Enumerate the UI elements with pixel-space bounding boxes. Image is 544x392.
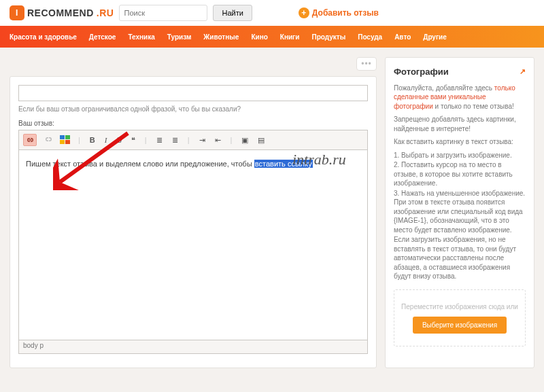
nav-item[interactable]: Туризм	[167, 33, 192, 41]
add-review-label: Добавить отзыв	[312, 8, 379, 18]
site-logo[interactable]: I RECOMMEND.RU	[10, 5, 114, 20]
nav-item[interactable]: Детское	[89, 33, 116, 41]
search-button[interactable]: Найти	[213, 5, 252, 21]
one-phrase-hint: Если бы ваш отзыв ограничивался одной фр…	[18, 105, 368, 113]
toolbar-separator: |	[76, 135, 82, 145]
photos-sidebar: Фотографии ↗ Пожалуйста, добавляйте здес…	[385, 57, 534, 368]
sidebar-howto-title: Как вставить картинку в текст отзыва:	[394, 137, 526, 147]
nav-item[interactable]: Другие	[423, 33, 447, 41]
bold-button[interactable]: B	[88, 135, 97, 145]
dropzone-hint: Переместите изображения сюда или	[400, 302, 520, 312]
editor-selection: вставить ссылку	[254, 160, 313, 168]
sidebar-step: 1. Выбрать и загрузить изображение.	[394, 151, 526, 160]
source-button[interactable]: ▤	[256, 135, 267, 146]
choose-images-button[interactable]: Выберите изображения	[413, 317, 507, 334]
plus-icon: +	[299, 7, 309, 18]
italic-button[interactable]: I	[103, 135, 109, 145]
bullet-list-button[interactable]: ≣	[154, 135, 165, 146]
nav-item[interactable]: Авто	[394, 33, 411, 41]
search-input[interactable]	[119, 5, 207, 21]
add-review-link[interactable]: + Добавить отзыв	[299, 7, 379, 18]
windows-icon[interactable]	[60, 135, 71, 145]
your-review-label: Ваш отзыв:	[18, 120, 368, 127]
more-menu-button[interactable]: •••	[356, 57, 377, 71]
toolbar-separator: |	[228, 135, 235, 145]
nav-item[interactable]: Книги	[280, 33, 300, 41]
sidebar-warning: Запрещено добавлять здесь картинки, найд…	[394, 115, 526, 133]
editor-text: Пишем текст отзыва и выделяем слово или …	[26, 160, 254, 168]
sidebar-note: Если загрузить изображения, но не вставл…	[394, 235, 526, 281]
toolbar-separator: |	[186, 135, 192, 145]
strike-button[interactable]: S	[114, 135, 123, 145]
indent-button[interactable]: ⇥	[197, 135, 207, 146]
nav-item[interactable]: Посуда	[358, 33, 382, 41]
review-textarea[interactable]: Пишем текст отзыва и выделяем слово или …	[18, 150, 368, 340]
category-nav: Красота и здоровье Детское Техника Туриз…	[0, 26, 544, 48]
nav-item[interactable]: Красота и здоровье	[10, 33, 77, 41]
image-button[interactable]: ▣	[239, 135, 250, 146]
editor-path: body p	[18, 340, 368, 354]
nav-item[interactable]: Животные	[203, 33, 239, 41]
editor-toolbar: | B I S ❝ | ≣ ≣ | ⇥ ⇤ | ▣ ▤	[18, 130, 368, 150]
outdent-button[interactable]: ⇤	[213, 135, 223, 146]
nav-item[interactable]: Техника	[128, 33, 154, 41]
one-phrase-input[interactable]	[18, 85, 368, 101]
logo-badge-icon: I	[10, 5, 24, 20]
external-link-icon[interactable]: ↗	[520, 67, 526, 77]
link-icon[interactable]	[23, 134, 37, 146]
nav-item[interactable]: Кино	[251, 33, 267, 41]
logo-text: RECOMMEND	[27, 7, 94, 18]
logo-suffix: .RU	[97, 7, 114, 18]
toolbar-separator: |	[143, 135, 149, 145]
sidebar-intro: Пожалуйста, добавляйте здесь только сдел…	[394, 84, 526, 111]
unlink-icon[interactable]	[42, 135, 54, 145]
quote-button[interactable]: ❝	[129, 135, 137, 146]
sidebar-step: 3. Нажать на уменьшенное изображение. Пр…	[394, 189, 526, 235]
sidebar-title: Фотографии ↗	[394, 66, 526, 78]
sidebar-step: 2. Поставить курсор на то место в отзыве…	[394, 160, 526, 188]
image-dropzone[interactable]: Переместите изображения сюда или Выберит…	[394, 289, 526, 347]
review-editor-card: Если бы ваш отзыв ограничивался одной фр…	[10, 76, 377, 368]
sidebar-steps: 1. Выбрать и загрузить изображение. 2. П…	[394, 151, 526, 235]
number-list-button[interactable]: ≣	[170, 135, 180, 146]
nav-item[interactable]: Продукты	[311, 33, 345, 41]
